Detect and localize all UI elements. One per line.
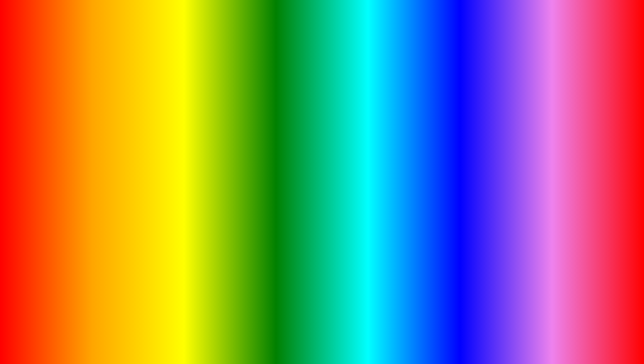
right-panel: 🐺 Drogon Hub 11/11/2023 - 08:00:48 AM [ … <box>404 139 630 306</box>
farm-toggle[interactable] <box>230 190 248 199</box>
character-svg <box>259 76 385 277</box>
nav-dungeon[interactable]: ⬡ Dungeon <box>73 163 114 174</box>
svg-rect-14 <box>325 236 344 274</box>
nav-combat[interactable]: ⚔ Combat <box>153 163 191 174</box>
combat-nav-icon: ⊕ <box>409 261 418 270</box>
title-fruits: FRUITS <box>306 5 500 64</box>
auto-farm-row: S Auto Farm level <box>40 188 252 202</box>
free-no-key-badge: FREE NO KEY !! <box>327 119 413 171</box>
dungeon-icon: ⬡ <box>78 166 83 172</box>
mirage-icon: S <box>44 234 48 241</box>
get-df-row: S Get DF Low Bely <box>455 254 629 268</box>
mirage-info: ✓ Mirage Island Full Moon 75% Mirage Isl… <box>40 202 252 231</box>
race-nav-icon: ⊕ <box>409 245 418 254</box>
svg-rect-8 <box>297 164 347 239</box>
df-label: Get DF Low Bely <box>465 258 605 264</box>
next-toggle[interactable] <box>608 227 625 236</box>
farm-icon: S <box>44 191 48 198</box>
right-sidebar: ⊕ Teleport ⊕ Dungeon ⊕ Race V4 ⊕ Combat … <box>405 210 455 305</box>
sidebar-teleport[interactable]: ⊕ Teleport <box>405 210 455 226</box>
update-label: UPDATE <box>70 317 208 355</box>
pastebin-label: PASTEBIN <box>404 317 574 355</box>
auto-kill-row: S Auto Kill Aura <box>455 210 629 225</box>
start-raid-btn[interactable]: Start Raid <box>410 195 624 208</box>
svg-marker-20 <box>331 89 340 110</box>
chip-select-label: Select Chip : <box>405 163 629 176</box>
df-icon: S <box>459 258 463 264</box>
dungeon-nav-icon: ⊕ <box>409 229 418 238</box>
right-panel-content: ⊕ Teleport ⊕ Dungeon ⊕ Race V4 ⊕ Combat … <box>405 210 629 305</box>
script-label: SCRIPT <box>270 317 394 355</box>
awake-icon: S <box>459 243 463 249</box>
nav-race-v4[interactable]: ⬡ Race V4 <box>113 163 153 174</box>
next-icon: S <box>459 229 463 235</box>
kill-label: Auto Kill Aura <box>465 214 605 220</box>
shop-nav-icon: 🛒 <box>409 292 418 301</box>
devil-fruit-nav-icon: ⊕ <box>409 276 418 285</box>
svg-rect-12 <box>347 167 369 217</box>
bottom-text: UPDATE 20 SCRIPT PASTEBIN <box>0 312 644 356</box>
awake-toggle[interactable] <box>608 242 625 251</box>
left-panel-nav: 📊 Stats ⬡ Dungeon ⬡ Race V4 ⚔ Combat <box>40 163 252 175</box>
title-blox: BLOX <box>144 5 292 64</box>
setspawn-icon: S <box>44 178 48 185</box>
left-panel-header: 🐺 Drogon Hub 11/11/2023 - 08:00:31 AM [ … <box>40 140 252 163</box>
auto-awake-row: S Auto Awake <box>455 239 629 254</box>
sidebar-race-v4[interactable]: ⊕ Race V4 <box>405 242 455 258</box>
bf-logo-fruits: FRUITS <box>570 314 625 329</box>
right-panel-title: Drogon Hub <box>467 147 508 155</box>
sidebar-devil-fruit[interactable]: ⊕ Devil Fruit <box>405 273 455 289</box>
kill-toggle[interactable] <box>608 213 625 222</box>
left-panel-title: Drogon Hub <box>96 147 136 155</box>
svg-marker-17 <box>297 94 309 113</box>
setspawn-toggle[interactable] <box>230 177 248 186</box>
right-main: S Auto Kill Aura S Auto Next Island S Au… <box>455 210 629 305</box>
bottom-container: UPDATE 20 SCRIPT PASTEBIN <box>70 317 573 355</box>
mirage-island: ✓ Mirage Island <box>44 203 248 210</box>
svg-point-22 <box>311 144 318 152</box>
race-icon: ⬡ <box>118 166 123 172</box>
auto-teleport-row: S Auto Teleport To Gear <box>40 244 252 258</box>
left-panel-logo: 🐺 <box>44 142 63 161</box>
kill-icon: S <box>459 214 463 220</box>
buy-chip-btn[interactable]: Buy Chip Select <box>410 179 624 192</box>
sidebar-dungeon[interactable]: ⊕ Dungeon <box>405 226 455 242</box>
farm-label: Auto Farm level <box>50 191 228 198</box>
mirage-island2: ✓ Mirage Island <box>44 222 248 229</box>
left-panel-timestamp: 11/11/2023 - 08:00:31 AM [ ID ] <box>169 148 248 154</box>
next-label: Auto Next Island <box>465 229 605 235</box>
teleport-icon: S <box>44 247 48 254</box>
title-container: BLOX FRUITS <box>0 5 644 64</box>
not-spawning: Mirage Island is Not Spawning <box>44 216 248 222</box>
mirage-label: Auto Mirage Island [HOP] <box>50 234 228 241</box>
df-toggle[interactable] <box>608 256 625 265</box>
svg-rect-13 <box>300 236 319 274</box>
teleport-toggle[interactable] <box>230 246 248 255</box>
full-moon: Full Moon 75% <box>44 210 248 216</box>
sidebar-shop[interactable]: 🛒 Shop <box>405 289 455 305</box>
mirage-toggle[interactable] <box>230 233 248 242</box>
left-panel: 🐺 Drogon Hub 11/11/2023 - 08:00:31 AM [ … <box>39 139 253 259</box>
awake-label: Auto Awake <box>465 243 605 249</box>
right-panel-header: 🐺 Drogon Hub 11/11/2023 - 08:00:48 AM [ … <box>405 140 629 163</box>
right-panel-timestamp: 11/11/2023 - 08:00:48 AM [ ID ] <box>547 148 625 154</box>
teleport-label: Auto Teleport To Gear <box>50 247 228 254</box>
svg-point-24 <box>314 145 317 148</box>
teleport-nav-icon: ⊕ <box>409 213 418 222</box>
svg-rect-28 <box>317 213 327 223</box>
update-number: 20 <box>217 312 260 356</box>
nav-stats[interactable]: 📊 Stats <box>40 163 73 174</box>
stats-icon: 📊 <box>45 166 52 172</box>
svg-marker-21 <box>341 96 348 113</box>
auto-next-row: S Auto Next Island <box>455 225 629 239</box>
sidebar-combat[interactable]: ⊕ Combat <box>405 258 455 273</box>
auto-mirage-row: S Auto Mirage Island [HOP] <box>40 231 252 244</box>
svg-marker-19 <box>322 85 328 108</box>
right-panel-logo: 🐺 <box>409 142 428 161</box>
auto-setspawn-row: S Auto SetSpawn Point <box>40 175 252 188</box>
setspawn-label: Auto SetSpawn Point <box>50 178 228 185</box>
combat-icon: ⚔ <box>158 166 163 172</box>
character <box>259 76 385 277</box>
svg-rect-11 <box>275 167 297 217</box>
